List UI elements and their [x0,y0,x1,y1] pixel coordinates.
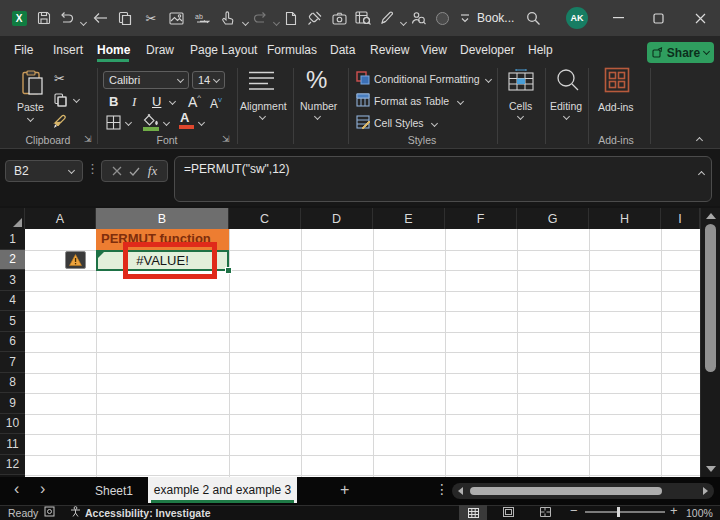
macro-record-icon[interactable] [44,506,55,517]
addins-button[interactable]: Add-ins [598,101,634,113]
minimize-button[interactable] [601,0,635,36]
clipboard-dialog-launcher-icon[interactable]: ⇲ [84,134,92,144]
cells-button[interactable]: Cells [509,100,532,112]
add-sheet-icon[interactable]: + [340,481,349,499]
column-header-b[interactable]: B [96,208,229,229]
find-replace-icon[interactable]: ab [194,10,210,26]
camera-icon[interactable] [331,10,347,26]
number-label[interactable]: Number [300,100,337,112]
horizontal-scrollbar[interactable] [452,483,714,499]
column-header-g[interactable]: G [517,208,589,229]
touch-mode-icon[interactable] [219,10,235,26]
new-document-icon[interactable] [283,10,299,26]
accessibility-status[interactable]: Accessibility: Investigate [85,507,210,519]
cell-styles-button[interactable]: Cell Styles [374,117,424,129]
row-header-8[interactable]: 8 [0,373,25,394]
search-icon[interactable] [525,10,541,26]
scroll-up-icon[interactable] [706,213,716,219]
font-color-icon[interactable]: A [180,111,194,129]
shrink-font-button[interactable]: Av [210,95,222,111]
column-header-c[interactable]: C [229,208,301,229]
zoom-out-button[interactable]: − [570,503,578,518]
bold-button[interactable]: B [109,94,118,109]
grid-body[interactable]: PERMUT function #VALUE! [25,229,700,477]
row-header-3[interactable]: 3 [0,270,25,291]
scroll-right-icon[interactable] [703,487,708,495]
copy-icon[interactable] [117,10,133,26]
zoom-in-button[interactable]: + [670,503,678,518]
sheet-next-icon[interactable]: › [40,480,45,498]
ink-pen-dropdown-icon[interactable] [395,14,411,30]
share-button[interactable]: Share [647,42,714,63]
select-all-corner[interactable] [0,208,25,229]
people-search-icon[interactable] [410,10,426,26]
pin-icon[interactable] [306,10,322,26]
alignment-label[interactable]: Alignment [240,100,287,112]
tab-view[interactable]: View [421,43,447,57]
tab-formulas[interactable]: Formulas [267,43,317,57]
page-layout-view-button[interactable] [503,507,514,517]
column-header-i[interactable]: I [661,208,700,229]
paste-label[interactable]: Paste [17,101,44,113]
row-header-1[interactable]: 1 [0,229,25,250]
fill-handle[interactable] [225,267,232,274]
enter-icon[interactable] [129,167,140,176]
normal-view-button[interactable] [459,505,487,520]
tab-file[interactable]: File [14,43,33,57]
editing-button[interactable]: Editing [550,100,582,112]
borders-icon[interactable] [106,115,121,130]
horizontal-scrollbar-thumb[interactable] [470,487,662,495]
italic-button[interactable]: I [132,94,136,110]
customize-toolbar-icon[interactable] [457,10,473,26]
undo-icon[interactable] [58,10,74,26]
column-header-h[interactable]: H [589,208,661,229]
vertical-scrollbar[interactable] [700,208,720,477]
tab-developer[interactable]: Developer [460,43,515,57]
undo-dropdown-icon[interactable] [75,14,91,30]
close-button[interactable] [683,0,717,36]
zoom-slider-track[interactable] [585,511,665,513]
fill-color-icon[interactable] [143,113,159,131]
tab-help[interactable]: Help [528,43,553,57]
tab-home[interactable]: Home [97,43,130,57]
underline-button[interactable]: U [152,94,161,109]
sheet-options-icon[interactable]: ⋮ [435,481,449,497]
redo-dropdown-icon[interactable] [268,14,284,30]
scroll-down-icon[interactable] [706,466,716,472]
touch-mode-dropdown-icon[interactable] [237,14,253,30]
lookup-sheet-icon[interactable] [355,10,371,26]
cut-button-icon[interactable]: ✂ [54,71,65,86]
column-header-d[interactable]: D [301,208,373,229]
paste-icon[interactable] [22,70,44,96]
font-name-combo[interactable]: Calibri [103,71,189,89]
zoom-slider-thumb[interactable] [617,507,620,517]
column-header-a[interactable]: A [25,208,96,229]
cancel-icon[interactable] [112,166,122,176]
sheet-tab-sheet1[interactable]: Sheet1 [95,484,133,498]
tab-page-layout[interactable]: Page Layout [190,43,257,57]
column-header-e[interactable]: E [373,208,445,229]
formula-input[interactable]: =PERMUT("sw",12) [174,156,712,202]
ink-pen-icon[interactable] [379,10,395,26]
row-header-2[interactable]: 2 [0,250,25,271]
row-header-7[interactable]: 7 [0,352,25,373]
row-header-11[interactable]: 11 [0,434,25,455]
redo-icon[interactable] [252,10,268,26]
alignment-icon[interactable] [247,71,275,90]
column-header-f[interactable]: F [445,208,517,229]
save-icon[interactable] [36,10,52,26]
tab-insert[interactable]: Insert [53,43,83,57]
row-header-6[interactable]: 6 [0,332,25,353]
tab-data[interactable]: Data [330,43,355,57]
error-options-button[interactable] [65,251,86,269]
page-break-view-button[interactable] [540,507,551,517]
scroll-left-icon[interactable] [458,487,463,495]
row-header-10[interactable]: 10 [0,414,25,435]
cut-icon[interactable]: ✂ [143,10,159,26]
conditional-formatting-button[interactable]: Conditional Formatting [374,73,480,85]
row-header-5[interactable]: 5 [0,311,25,332]
font-dialog-launcher-icon[interactable]: ⇲ [222,134,230,144]
avatar[interactable]: AK [566,7,588,29]
row-header-12[interactable]: 12 [0,455,25,475]
back-icon[interactable] [92,10,108,26]
